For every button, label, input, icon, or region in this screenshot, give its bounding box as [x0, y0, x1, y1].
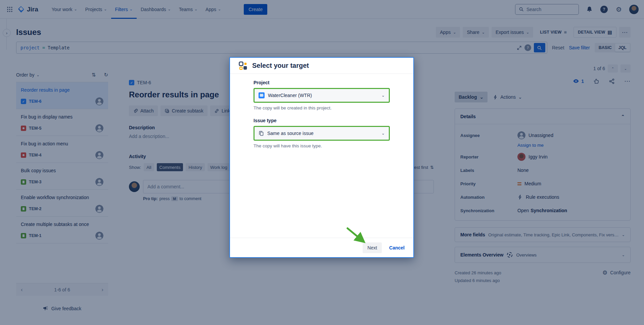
- dialog-body: Project WaterCleaner (WTR) ⌄ The copy wi…: [230, 74, 413, 148]
- jira-app: Jira Your work ⌄ Projects ⌄ Filters ⌄ Da…: [0, 0, 644, 325]
- issue-type-select-value: Same as source issue: [267, 131, 314, 136]
- dialog-title: Select your target: [252, 62, 309, 69]
- cancel-button[interactable]: Cancel: [389, 245, 405, 250]
- project-avatar-icon: [259, 92, 265, 98]
- issue-type-field-label: Issue type: [254, 118, 390, 123]
- issue-type-select[interactable]: Same as source issue ⌄: [254, 126, 390, 141]
- chevron-down-icon: ⌄: [381, 131, 385, 136]
- issue-type-help-text: The copy will have this issue type.: [254, 143, 390, 148]
- select-target-dialog: Select your target Project WaterCleaner …: [229, 57, 414, 258]
- project-help-text: The copy will be created in this project…: [254, 105, 390, 110]
- copy-icon: [259, 131, 264, 136]
- dialog-header: Select your target: [230, 58, 413, 74]
- clone-app-icon: [239, 61, 247, 70]
- dialog-footer: Next Cancel: [230, 238, 413, 257]
- issue-type-group: Issue type Same as source issue ⌄ The co…: [254, 118, 390, 148]
- project-select-value: WaterCleaner (WTR): [268, 93, 312, 98]
- project-select[interactable]: WaterCleaner (WTR) ⌄: [254, 88, 390, 103]
- project-field-label: Project: [254, 80, 390, 85]
- chevron-down-icon: ⌄: [381, 93, 385, 98]
- next-button[interactable]: Next: [363, 242, 382, 253]
